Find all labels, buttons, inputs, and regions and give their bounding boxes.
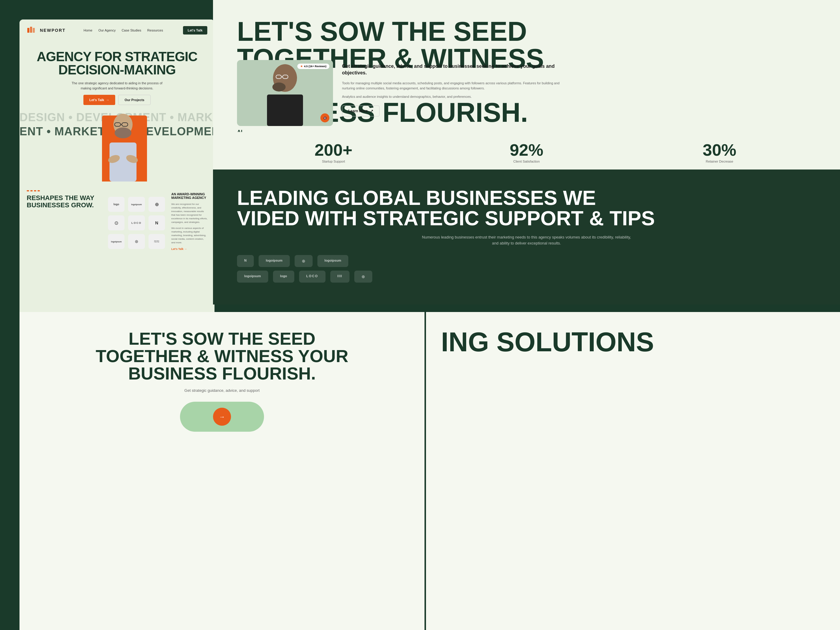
- hero-title-line1: AGENCY FOR STRATEGIC: [28, 50, 205, 63]
- left-lower-section: RESHAPES THE WAY BUSINESSES GROW.: [19, 183, 109, 216]
- person-silhouette: [93, 106, 153, 182]
- logo-item-9: ≈≈: [148, 234, 165, 249]
- stat-number-2: 92%: [430, 140, 623, 159]
- hero-title-line2: DECISION-MAKING: [28, 63, 205, 76]
- bottom-right-panel: ING SOLUTIONS: [426, 312, 840, 630]
- reshapes-title: RESHAPES THE WAY BUSINESSES GROW.: [27, 194, 102, 209]
- bottom-cta-area: →: [180, 402, 264, 432]
- nav-resources[interactable]: Resources: [147, 28, 163, 32]
- left-panel: NEWPORT Home Our Agency Case Studies Res…: [19, 19, 215, 335]
- dark-logos-row-1: N logoipsum ⊕ logoipsum: [237, 255, 816, 267]
- dark-heading: LEADING GLOBAL BUSINESSES WE VIDED WITH …: [237, 188, 717, 228]
- dark-logo-circle-2: ⊕: [354, 271, 372, 283]
- heading-line1: LET'S SOW THE SEED: [237, 18, 567, 45]
- award-lets-talk[interactable]: Let's Talk →: [171, 248, 208, 251]
- learn-more-button[interactable]: Learn More ↗: [342, 106, 379, 117]
- bottom-left-subtitle: Get strategic guidance, advice, and supp…: [35, 388, 409, 393]
- bottom-left-content: LET'S SOW THE SEED TOGETHER & WITNESS YO…: [19, 312, 425, 450]
- logos-grid: logo logoipsum ⊕ ⊙ LOCO N logoipsum ⊛ ≈≈: [108, 197, 165, 249]
- svg-rect-1: [30, 27, 32, 33]
- dark-logo-logoipsum-1: logoipsum: [259, 255, 290, 267]
- hero-title: AGENCY FOR STRATEGIC DECISION-MAKING: [28, 50, 205, 76]
- dark-subtext: Numerous leading businesses entrust thei…: [422, 234, 632, 246]
- right-text-heading: Get strategic guidance, advice, and supp…: [342, 63, 570, 76]
- dark-section: LEADING GLOBAL BUSINESSES WE VIDED WITH …: [213, 169, 840, 305]
- rating-text: 4.5 (1k+ Reviews): [304, 65, 327, 68]
- stat-retainer: 30% Retainer Decrease: [623, 140, 816, 163]
- dark-heading-line2: VIDED WITH STRATEGIC SUPPORT & TIPS: [237, 208, 717, 228]
- reshapes-line2: BUSINESSES GROW.: [27, 202, 102, 209]
- dark-logo-loco: LOCO: [299, 271, 325, 283]
- svg-point-14: [272, 82, 286, 92]
- logo-item-3: ⊕: [148, 197, 165, 212]
- bottom-left-heading: LET'S SOW THE SEED TOGETHER & WITNESS YO…: [35, 330, 409, 382]
- hero-section: AGENCY FOR STRATEGIC DECISION-MAKING The…: [19, 41, 215, 105]
- lets-talk-label: Let's Talk: [89, 98, 104, 102]
- card-person-silhouette: [237, 60, 333, 126]
- tag-dot-3: [34, 190, 36, 191]
- nav-links: Home Our Agency Case Studies Resources: [84, 28, 163, 32]
- stat-label-3: Retainer Decrease: [623, 159, 816, 163]
- stat-satisfaction: 92% Client Satisfaction: [430, 140, 623, 163]
- right-text-content: Get strategic guidance, advice, and supp…: [342, 63, 570, 117]
- dark-logos-row-2: logoipsum logo LOCO llll ⊕: [237, 271, 816, 283]
- learn-more-label: Learn More: [348, 109, 368, 113]
- hero-subtitle: The one strategic agency dedicated to ai…: [66, 81, 168, 91]
- hero-lets-talk-button[interactable]: Let's Talk →: [84, 95, 115, 105]
- dark-logo-llll: llll: [330, 271, 349, 283]
- logo-item-2: logoipsum: [128, 197, 145, 212]
- logo-item-7: logoipsum: [108, 234, 125, 249]
- logo-item-5: LOCO: [128, 215, 145, 231]
- dark-section-content: LEADING GLOBAL BUSINESSES WE VIDED WITH …: [213, 169, 840, 301]
- dark-logo-logo: logo: [273, 271, 294, 283]
- partner-logos-grid: logo logoipsum ⊕ ⊙ LOCO N logoipsum ⊛ ≈≈: [102, 186, 171, 255]
- person-card: ★ 4.5 (1k+ Reviews) 🔇: [237, 60, 333, 126]
- logo-item-1: logo: [108, 197, 125, 212]
- learn-more-arrow: ↗: [370, 109, 373, 113]
- stat-number-3: 30%: [623, 140, 816, 159]
- right-text-body2: Analytics and audience insights to under…: [342, 94, 570, 99]
- bottom-cta-icon[interactable]: →: [213, 408, 231, 426]
- hero-buttons: Let's Talk → Our Projects: [28, 95, 205, 105]
- logo-item-4: ⊙: [108, 215, 125, 231]
- nav-cta-button[interactable]: Let's Talk: [183, 26, 207, 35]
- award-title: AN AWARD-WINNING MARKETING AGENCY: [171, 192, 208, 199]
- dark-heading-line1: LEADING GLOBAL BUSINESSES WE: [237, 188, 717, 208]
- dark-logo-logoipsum-2: logoipsum: [317, 255, 349, 267]
- tag-dot-2: [30, 190, 33, 191]
- tag-dot-4: [38, 190, 40, 191]
- svg-rect-13: [267, 95, 303, 126]
- arrow-icon: →: [106, 98, 109, 102]
- nav-agency[interactable]: Our Agency: [98, 28, 115, 32]
- bottom-right-content: ING SOLUTIONS: [426, 312, 840, 372]
- right-text-body1: Tools for managing multiple social media…: [342, 81, 570, 91]
- nav-case-studies[interactable]: Case Studies: [122, 28, 141, 32]
- mute-button[interactable]: 🔇: [321, 114, 329, 122]
- logo-area[interactable]: NEWPORT: [27, 25, 66, 36]
- svg-rect-2: [33, 28, 35, 33]
- navigation: NEWPORT Home Our Agency Case Studies Res…: [19, 19, 215, 41]
- our-projects-button[interactable]: Our Projects: [118, 95, 151, 105]
- bottom-title-3: BUSINESS FLOURISH.: [35, 365, 409, 382]
- logo-item-8: ⊛: [128, 234, 145, 249]
- dark-logo-circle: ⊕: [295, 255, 313, 267]
- bottom-left-panel: LET'S SOW THE SEED TOGETHER & WITNESS YO…: [19, 312, 425, 630]
- svg-rect-0: [27, 28, 29, 33]
- dark-logo-logoipsum-3: logoipsum: [237, 271, 268, 283]
- award-section: AN AWARD-WINNING MARKETING AGENCY We are…: [166, 188, 213, 255]
- rating-badge: ★ 4.5 (1k+ Reviews): [297, 63, 329, 69]
- hero-person-area: [93, 106, 153, 182]
- stats-row: 200+ Startup Support 92% Client Satisfac…: [213, 132, 840, 171]
- stat-startup: 200+ Startup Support: [237, 140, 430, 163]
- award-body-2: We excel in various aspects of marketing…: [171, 226, 208, 245]
- reshapes-line1: RESHAPES THE WAY: [27, 194, 102, 202]
- dark-logo-n: N: [237, 255, 254, 267]
- nav-home[interactable]: Home: [84, 28, 92, 32]
- star-icon: ★: [300, 65, 303, 68]
- bottom-title-1: LET'S SOW THE SEED: [35, 330, 409, 347]
- svg-point-6: [115, 128, 131, 138]
- logo-item-6: N: [148, 215, 165, 231]
- solutions-heading: ING SOLUTIONS: [441, 330, 825, 354]
- solutions-text: ING SOLUTIONS: [441, 327, 654, 357]
- tag-dot-1: [27, 190, 29, 191]
